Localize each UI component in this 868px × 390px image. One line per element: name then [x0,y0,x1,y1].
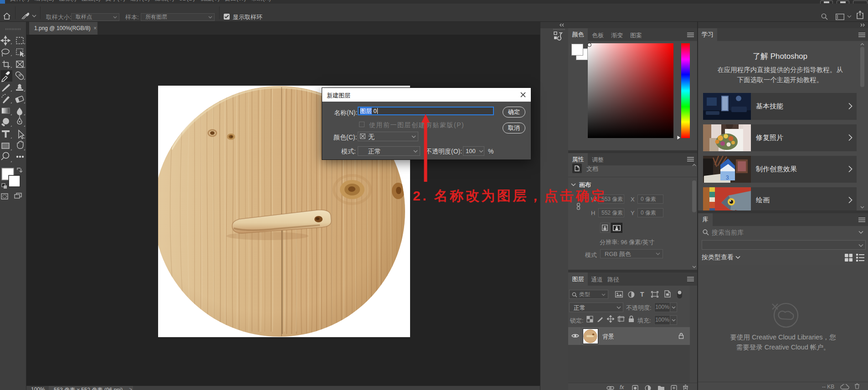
svg-text:3: 3 [726,174,729,181]
